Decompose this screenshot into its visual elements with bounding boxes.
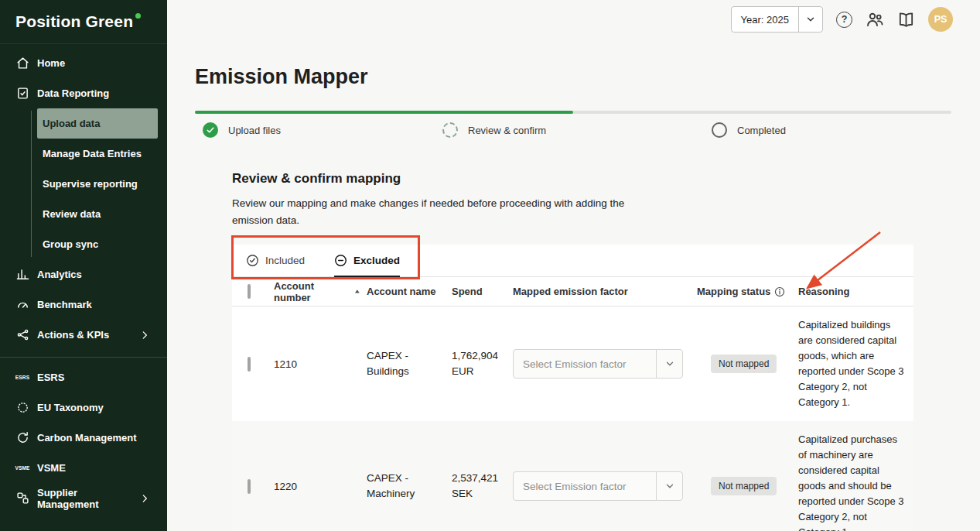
community-icon [866, 10, 884, 29]
mapping-status-cell: Not mapped [697, 355, 798, 373]
column-header-mapped-emission-factor[interactable]: Mapped emission factor [513, 286, 697, 297]
select-all-checkbox[interactable] [248, 284, 251, 299]
year-select-value: Year: 2025 [732, 14, 798, 26]
vsme-icon: VSME [15, 461, 29, 475]
chevron-down-icon [799, 14, 822, 25]
step-active-icon [442, 122, 458, 138]
account-number-cell: 1220 [274, 481, 367, 492]
emission-factor-select[interactable]: Select Emission factor [513, 349, 683, 379]
book-icon [897, 11, 915, 29]
sidebar-item-benchmark[interactable]: Benchmark [0, 289, 167, 320]
avatar[interactable]: PS [928, 7, 953, 32]
check-circle-icon [246, 254, 259, 267]
chevron-right-icon [139, 493, 150, 504]
row-checkbox[interactable] [248, 479, 251, 494]
progress-bar [195, 111, 951, 114]
sidebar-item-manage-data-entries[interactable]: Manage Data Entries [37, 139, 158, 169]
sidebar-item-label: Carbon Management [37, 432, 137, 444]
tab-included[interactable]: Included [246, 245, 305, 276]
section-description: Review our mapping and make changes if n… [232, 195, 637, 229]
eu-taxonomy-icon [15, 401, 29, 415]
step-upcoming-icon [712, 122, 727, 138]
docs-button[interactable] [897, 11, 915, 29]
emission-factor-placeholder: Select Emission factor [514, 481, 656, 492]
mapping-status-cell: Not mapped [697, 477, 798, 495]
step-completed-icon [203, 122, 218, 138]
sidebar-item-label: Analytics [37, 269, 82, 280]
chevron-right-icon [139, 330, 150, 341]
sidebar-item-label: Benchmark [37, 299, 92, 310]
analytics-icon [15, 268, 29, 282]
spend-amount: 1,762,904 [452, 348, 500, 364]
section-heading: Review & confirm mapping [232, 170, 913, 187]
step-label: Review & confirm [468, 125, 546, 136]
chevron-down-icon [656, 472, 682, 500]
spend-currency: SEK [452, 486, 500, 502]
stepper: Upload files Review & confirm Completed [195, 122, 951, 141]
logo[interactable]: Position Green [0, 0, 167, 44]
app: Position Green Home Data Reporting Uploa… [0, 0, 980, 531]
tab-excluded[interactable]: Excluded [334, 245, 400, 276]
sidebar-item-review-data[interactable]: Review data [37, 199, 158, 229]
sidebar-item-supervise-reporting[interactable]: Supervise reporting [37, 169, 158, 199]
sidebar-item-label: Supplier Management [37, 487, 131, 510]
sidebar-item-analytics[interactable]: Analytics [0, 259, 167, 289]
column-header-account-number[interactable]: Account number [274, 280, 367, 303]
help-button[interactable]: ? [836, 12, 852, 28]
sidebar-item-esrs[interactable]: ESRS ESRS [0, 362, 167, 392]
sidebar: Position Green Home Data Reporting Uploa… [0, 0, 167, 531]
sidebar-item-actions-kpis[interactable]: Actions & KPIs [0, 320, 167, 350]
sidebar-item-label: Home [37, 57, 65, 69]
column-header-reasoning[interactable]: Reasoning [798, 286, 913, 297]
benchmark-icon [15, 298, 29, 312]
reasoning-cell: Capitalized buildings are considered cap… [798, 307, 913, 421]
main-content: Year: 2025 ? PS Emission Mapper Upload f… [167, 0, 980, 531]
sidebar-item-home[interactable]: Home [0, 48, 167, 78]
emission-factor-select[interactable]: Select Emission factor [513, 471, 683, 501]
spend-amount: 2,537,421 [452, 471, 500, 486]
sidebar-item-eu-taxonomy[interactable]: EU Taxonomy [0, 392, 167, 423]
sidebar-item-group-sync[interactable]: Group sync [37, 229, 158, 259]
year-select[interactable]: Year: 2025 [731, 6, 823, 33]
home-icon [15, 57, 29, 70]
column-header-spend[interactable]: Spend [452, 286, 513, 297]
sidebar-item-label: EU Taxonomy [37, 402, 104, 413]
logo-dot-icon [135, 13, 141, 19]
spend-cell: 1,762,904 EUR [452, 348, 513, 379]
column-header-label: Mapped emission factor [513, 286, 628, 297]
sidebar-item-label: Manage Data Entries [43, 148, 142, 159]
sidebar-divider [0, 357, 167, 358]
logo-text: Position Green [15, 12, 133, 31]
supplier-management-icon [15, 492, 29, 505]
actions-kpis-icon [15, 328, 29, 342]
status-badge: Not mapped [711, 355, 777, 373]
sidebar-item-supplier-management[interactable]: Supplier Management [0, 483, 167, 513]
sidebar-item-label: Group sync [43, 238, 98, 250]
carbon-management-icon [15, 431, 29, 445]
sidebar-item-label: Review data [43, 208, 101, 220]
sidebar-item-carbon-management[interactable]: Carbon Management [0, 423, 167, 453]
tabs: Included Excluded [232, 245, 913, 277]
spend-currency: EUR [452, 364, 500, 379]
row-checkbox[interactable] [248, 357, 251, 372]
column-header-label: Mapping status [697, 286, 770, 297]
sidebar-item-vsme[interactable]: VSME VSME [0, 453, 167, 483]
table-header-row: Account number Account name Spend Mapped… [232, 277, 913, 307]
column-header-account-name[interactable]: Account name [367, 286, 452, 297]
spend-cell: 2,537,421 SEK [452, 471, 513, 502]
sidebar-item-upload-data[interactable]: Upload data [37, 108, 158, 139]
column-header-mapping-status[interactable]: Mapping status [697, 286, 798, 297]
step-label: Completed [737, 125, 786, 136]
data-reporting-submenu: Upload data Manage Data Entries Supervis… [0, 108, 167, 259]
emission-factor-cell: Select Emission factor [513, 471, 697, 501]
topbar: Year: 2025 ? PS [731, 6, 953, 33]
table-row: 1210 CAPEX - Buildings 1,762,904 EUR Sel… [232, 307, 913, 421]
table-row: 1220 CAPEX - Machinery 2,537,421 SEK Sel… [232, 421, 913, 531]
emission-factor-cell: Select Emission factor [513, 349, 697, 379]
sidebar-item-label: ESRS [37, 372, 64, 383]
column-header-label: Account name [367, 286, 436, 297]
info-icon[interactable] [774, 286, 785, 297]
sidebar-item-label: Supervise reporting [43, 178, 138, 190]
sidebar-item-data-reporting[interactable]: Data Reporting [0, 78, 167, 108]
community-button[interactable] [866, 10, 884, 29]
